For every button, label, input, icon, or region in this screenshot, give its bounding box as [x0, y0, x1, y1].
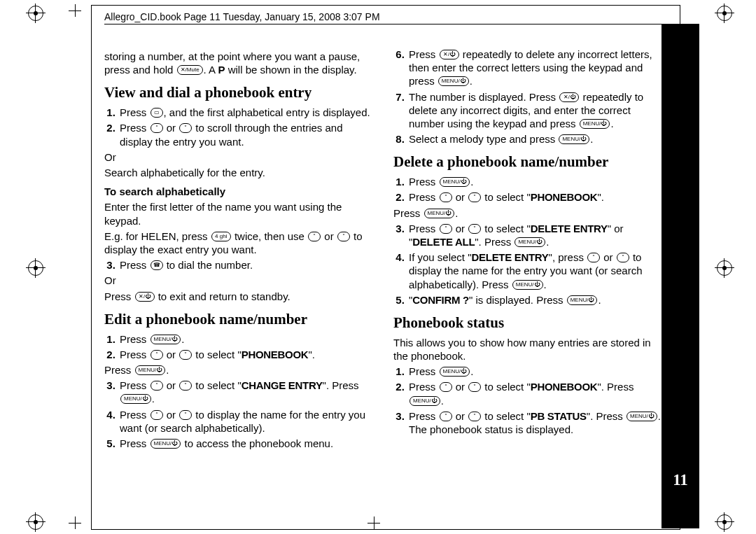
menu-key-icon: MENU/⏻ [567, 295, 598, 305]
list-item: "CONFIRM ?" is displayed. Press MENU/⏻. [407, 293, 664, 307]
reg-mark [28, 260, 43, 276]
menu-key-icon: MENU/⏻ [440, 177, 470, 187]
list-item: Press ˄ or ˅ to scroll through the entri… [118, 121, 375, 148]
cancel-key-icon: ✕/⏻ [440, 50, 459, 59]
up-key-icon: ˄ [150, 381, 163, 391]
para: Press ✕/⏻ to exit and return to standby. [104, 290, 375, 303]
list-item: Press ˄ or ˅ to select "DELETE ENTRY" or… [407, 222, 664, 248]
menu-key-icon: MENU/⏻ [438, 76, 469, 86]
down-key-icon: ˅ [179, 123, 192, 133]
up-key-icon: ˄ [150, 350, 163, 360]
four-key-icon: 4 ghi [211, 232, 231, 241]
up-key-icon: ˄ [440, 382, 452, 392]
down-key-icon: ˅ [468, 412, 481, 421]
menu-key-icon: MENU/⏻ [120, 394, 151, 404]
menu-key-icon: MENU/⏻ [580, 119, 610, 129]
list-item: Press ☎ to dial the number. [118, 258, 375, 272]
list-item: Press ˄ or ˅ to select "PB STATUS". Pres… [407, 409, 664, 436]
menu-key-icon: MENU/⏻ [424, 209, 455, 218]
up-key-icon: ˄ [440, 192, 452, 202]
heading-status: Phonebook status [393, 314, 664, 332]
tab-language: English [696, 71, 716, 130]
list-item: Press ˄ or ˅ to select "PHONEBOOK". [118, 348, 375, 361]
para: E.g. for HELEN, press 4 ghi twice, then … [104, 230, 375, 256]
list-item: Press ✕/⏻ repeatedly to delete any incor… [407, 48, 664, 88]
para: Enter the first letter of the name you w… [104, 200, 375, 227]
list-item: Press ˄ or ˅ to select "CHANGE ENTRY". P… [118, 379, 375, 405]
menu-key-icon: MENU/⏻ [150, 439, 181, 449]
list-item: Press MENU/⏻ to access the phonebook men… [118, 437, 375, 450]
down-key-icon: ˅ [179, 410, 192, 420]
heading-edit: Edit a phonebook name/number [104, 310, 375, 329]
up-key-icon: ˄ [308, 232, 321, 241]
list-item: The number is displayed. Press ✕/⏻ repea… [407, 90, 664, 131]
list-item: Select a melody type and press MENU/⏻. [407, 132, 664, 146]
reg-mark [717, 6, 732, 21]
para: Press MENU/⏻. [393, 206, 664, 220]
cancel-key-icon: ✕/⏻ [135, 292, 155, 302]
phonebook-key-icon: ▭ [150, 108, 163, 118]
heading-view-dial: View and dial a phonebook entry [104, 83, 375, 102]
list-item: If you select "DELETE ENTRY", press ˄ or… [407, 251, 664, 291]
down-key-icon: ˅ [617, 253, 629, 262]
menu-key-icon: MENU/⏻ [410, 396, 440, 406]
sub-heading: To search alphabetically [104, 185, 375, 198]
page-frame: Allegro_CID.book Page 11 Tuesday, Januar… [91, 5, 680, 530]
header-rule [104, 24, 699, 24]
body-content: storing a number, at the point where you… [104, 48, 664, 450]
reg-mark [717, 514, 732, 530]
heading-delete: Delete a phonebook name/number [393, 153, 664, 171]
list-item: Press ▭, and the first alphabetical entr… [118, 106, 375, 119]
intro-para: storing a number, at the point where you… [104, 50, 375, 76]
tab-page-number: 11 [662, 471, 699, 489]
list-item: Press MENU/⏻. [407, 365, 664, 378]
list-item: Press ˄ or ˅ to select "PHONEBOOK". Pres… [407, 380, 664, 407]
menu-key-icon: MENU/⏻ [150, 335, 181, 344]
up-key-icon: ˄ [150, 123, 163, 133]
list-item: Press ˄ or ˅ to select "PHONEBOOK". [407, 190, 664, 204]
or-text: Or [104, 150, 375, 164]
reg-mark [28, 6, 43, 21]
down-key-icon: ˅ [179, 381, 192, 391]
reg-mark [28, 514, 43, 530]
or-text: Or [104, 274, 375, 287]
down-key-icon: ˅ [337, 232, 350, 241]
crop-mark [69, 517, 81, 529]
list-item: Press ˄ or ˅ to display the name for the… [118, 408, 375, 435]
menu-key-icon: MENU/⏻ [514, 237, 545, 247]
menu-key-icon: MENU/⏻ [512, 280, 543, 290]
up-key-icon: ˄ [587, 253, 600, 262]
down-key-icon: ˅ [468, 224, 481, 234]
mute-key-icon: ✕/Mute [177, 65, 203, 75]
para: This allows you to show how many entries… [393, 336, 664, 363]
talk-key-icon: ☎ [150, 260, 163, 270]
up-key-icon: ˄ [150, 410, 163, 420]
menu-key-icon: MENU/⏻ [626, 412, 657, 421]
menu-key-icon: MENU/⏻ [135, 365, 166, 375]
menu-key-icon: MENU/⏻ [440, 367, 470, 377]
list-item: Press MENU/⏻. [407, 175, 664, 188]
down-key-icon: ˅ [468, 192, 481, 202]
search-line: Search alphabetically for the entry. [104, 166, 375, 179]
para: Press MENU/⏻. [104, 363, 375, 377]
header-meta: Allegro_CID.book Page 11 Tuesday, Januar… [104, 11, 380, 22]
down-key-icon: ˅ [468, 382, 481, 392]
list-item: Press MENU/⏻. [118, 332, 375, 346]
down-key-icon: ˅ [179, 350, 192, 360]
up-key-icon: ˄ [440, 224, 452, 234]
reg-mark [717, 260, 732, 276]
cancel-key-icon: ✕/⏻ [559, 92, 579, 102]
up-key-icon: ˄ [440, 412, 452, 421]
crop-mark [69, 4, 81, 17]
side-tab: English 11 [662, 24, 699, 528]
menu-key-icon: MENU/⏻ [559, 134, 589, 144]
